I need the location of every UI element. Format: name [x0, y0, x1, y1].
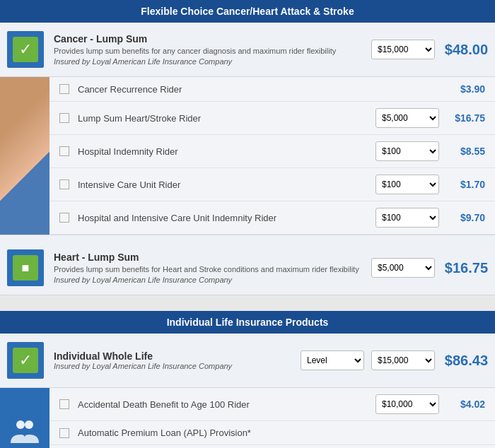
whole-life-row: ✓ Individual Whole Life Insured by Loyal…: [0, 334, 495, 388]
accidental-death-checkbox[interactable]: [59, 399, 69, 409]
hospital-icu-row: Hospital and Intensive Care Unit Indemni…: [50, 201, 495, 235]
cancer-recurrence-price: $3.90: [446, 83, 485, 95]
heart-green-icon: ■: [13, 255, 38, 281]
whole-life-checkmark: ✓: [13, 348, 38, 373]
whole-life-amount-select[interactable]: $10,000 $15,000 $20,000 $25,000: [371, 350, 435, 370]
lump-sum-heart-row: Lump Sum Heart/Stroke Rider $2,500 $5,00…: [50, 102, 495, 135]
cancer-insured-by: Insured by Loyal American Life Insurance…: [54, 57, 371, 66]
cancer-recurrence-name: Cancer Recurrence Rider: [78, 84, 446, 95]
whole-life-name: Individual Whole Life: [54, 350, 301, 362]
accidental-death-row: Accidental Death Benefit to Age 100 Ride…: [50, 388, 495, 421]
hospital-indemnity-row: Hospital Indemnity Rider $100 $200 $300 …: [50, 135, 495, 168]
whole-life-price: $86.43: [442, 353, 488, 369]
cancer-thumbnail-img: [0, 77, 50, 235]
riders-container: Cancer Recurrence Rider $3.90 Lump Sum H…: [50, 77, 495, 235]
hospital-icu-select[interactable]: $100 $200 $300: [375, 208, 439, 228]
hospital-icu-price: $9.70: [446, 212, 485, 223]
icu-rider-row: Intensive Care Unit Rider $100 $200 $300…: [50, 168, 495, 201]
heart-product-name: Heart - Lump Sum: [54, 252, 371, 263]
cancer-recurrence-checkbox[interactable]: [59, 84, 69, 94]
checkmark-icon: ✓: [13, 37, 38, 62]
apl-provision-row: Automatic Premium Loan (APL) Provision*: [50, 421, 495, 445]
lump-sum-heart-select[interactable]: $2,500 $5,000 $7,500 $10,000: [375, 108, 439, 128]
heart-amount-select[interactable]: $2,500 $5,000 $7,500 $10,000: [371, 258, 435, 278]
lump-sum-heart-name: Lump Sum Heart/Stroke Rider: [78, 113, 375, 124]
cancer-icon-box: ✓: [7, 31, 44, 68]
hospital-indemnity-checkbox[interactable]: [59, 146, 69, 156]
individual-life-header: Individual Life Insurance Products: [0, 311, 495, 334]
lump-sum-heart-checkbox[interactable]: [59, 113, 69, 123]
spacer-1: [0, 235, 495, 241]
cancer-recurrence-row: Cancer Recurrence Rider $3.90: [50, 77, 495, 102]
accidental-death-controls: $5,000 $10,000 $15,000 $4.02: [375, 394, 485, 414]
hospital-icu-checkbox[interactable]: [59, 213, 69, 223]
icu-controls: $100 $200 $300 $1.70: [375, 175, 485, 194]
apl-note: *Under this provision, any Premium becom…: [50, 445, 495, 448]
life-riders-container: Accidental Death Benefit to Age 100 Ride…: [50, 388, 495, 448]
life-thumbnail: [0, 388, 50, 448]
cancer-thumbnail-sidebar: [0, 77, 50, 235]
heart-price: $16.75: [442, 260, 488, 276]
heart-controls: $2,500 $5,000 $7,500 $10,000 $16.75: [371, 258, 488, 278]
cancer-controls: $5,000 $10,000 $15,000 $20,000 $25,000 $…: [371, 40, 488, 59]
hospital-icu-name: Hospital and Intensive Care Unit Indemni…: [78, 213, 375, 223]
cancer-recurrence-controls: $3.90: [446, 83, 485, 95]
whole-life-controls: Level Graded $10,000 $15,000 $20,000 $25…: [301, 350, 488, 370]
cancer-product-name: Cancer - Lump Sum: [54, 33, 371, 45]
accidental-death-name: Accidental Death Benefit to Age 100 Ride…: [78, 399, 375, 410]
whole-life-level-select[interactable]: Level Graded: [301, 350, 364, 370]
cancer-product-desc: Provides lump sum benefits for any cance…: [54, 46, 371, 57]
section-gap: [0, 304, 495, 311]
heart-product-info: Heart - Lump Sum Provides lump sum benef…: [54, 252, 371, 283]
apl-name: Automatic Premium Loan (APL) Provision*: [78, 428, 485, 438]
whole-life-icon-box: ✓: [7, 342, 44, 379]
life-riders-section: Accidental Death Benefit to Age 100 Ride…: [0, 388, 495, 448]
accidental-death-price: $4.02: [446, 399, 485, 410]
heart-icon-box: ■: [7, 249, 44, 286]
cancer-price: $48.00: [442, 42, 488, 58]
cancer-heart-section: Flexible Choice Cancer/Heart Attack & St…: [0, 0, 495, 295]
people-icon: [9, 416, 40, 447]
lump-sum-heart-price: $16.75: [446, 112, 485, 124]
heart-insured-by: Insured by Loyal American Life Insurance…: [54, 276, 371, 284]
thumbnail-section: Cancer Recurrence Rider $3.90 Lump Sum H…: [0, 77, 495, 235]
accidental-death-select[interactable]: $5,000 $10,000 $15,000: [375, 394, 439, 414]
svg-point-1: [25, 420, 33, 429]
individual-life-section: Individual Life Insurance Products ✓ Ind…: [0, 311, 495, 448]
life-thumbnail-sidebar: [0, 388, 50, 448]
heart-product-desc: Provides lump sum benefits for Heart and…: [54, 264, 371, 275]
svg-point-0: [16, 420, 25, 429]
hospital-indemnity-price: $8.55: [446, 146, 485, 157]
heart-lump-sum-row: ■ Heart - Lump Sum Provides lump sum ben…: [0, 241, 495, 295]
hospital-indemnity-name: Hospital Indemnity Rider: [78, 146, 375, 157]
apl-checkbox[interactable]: [59, 428, 69, 438]
hospital-icu-controls: $100 $200 $300 $9.70: [375, 208, 485, 228]
icu-price: $1.70: [446, 179, 485, 190]
hospital-indemnity-select[interactable]: $100 $200 $300: [375, 141, 439, 161]
icu-checkbox[interactable]: [59, 179, 69, 189]
icu-select[interactable]: $100 $200 $300: [375, 175, 439, 194]
cancer-product-info: Cancer - Lump Sum Provides lump sum bene…: [54, 33, 371, 65]
icu-name: Intensive Care Unit Rider: [78, 179, 375, 190]
cancer-amount-select[interactable]: $5,000 $10,000 $15,000 $20,000 $25,000: [371, 40, 435, 59]
hospital-indemnity-controls: $100 $200 $300 $8.55: [375, 141, 485, 161]
whole-life-info: Individual Whole Life Insured by Loyal A…: [54, 350, 301, 370]
cancer-heart-header: Flexible Choice Cancer/Heart Attack & St…: [0, 0, 495, 23]
lump-sum-heart-controls: $2,500 $5,000 $7,500 $10,000 $16.75: [375, 108, 485, 128]
whole-life-insured-by: Insured by Loyal American Life Insurance…: [54, 362, 301, 370]
cancer-lump-sum-row: ✓ Cancer - Lump Sum Provides lump sum be…: [0, 23, 495, 77]
